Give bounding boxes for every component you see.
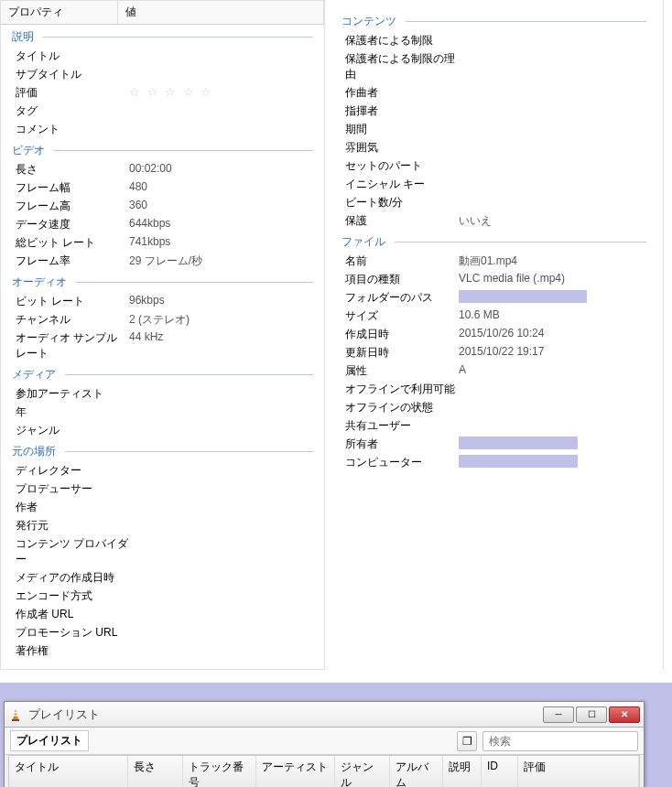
property-row[interactable]: サブタイトル <box>8 65 317 83</box>
property-row[interactable]: ビート数/分 <box>338 193 650 211</box>
prop-label: 更新日時 <box>341 345 459 361</box>
property-row[interactable]: 指揮者 <box>338 102 650 120</box>
property-row[interactable]: フレーム幅480 <box>8 178 317 197</box>
section-title: メディア <box>1 362 324 384</box>
property-row[interactable]: 参加アーティスト <box>8 384 317 403</box>
view-mode-button[interactable]: ❐ <box>457 731 477 751</box>
prop-value-text: いいえ <box>459 214 492 227</box>
property-row[interactable]: コメント <box>8 120 317 138</box>
property-row[interactable]: セットのパート <box>338 156 650 175</box>
property-row[interactable]: 期間 <box>338 120 650 138</box>
prop-label: ビート数/分 <box>341 195 459 210</box>
col-title[interactable]: タイトル <box>9 756 128 787</box>
window-titlebar[interactable]: プレイリスト ─ ☐ ✕ <box>5 702 644 728</box>
prop-label: セットのパート <box>341 158 459 174</box>
prop-label: 発行元 <box>12 518 129 534</box>
col-track[interactable]: トラック番号 <box>183 756 256 787</box>
property-row[interactable]: 評価☆ ☆ ☆ ☆ ☆ <box>8 83 317 102</box>
prop-label: 年 <box>12 404 129 420</box>
property-row[interactable]: 保護者による制限 <box>338 31 650 49</box>
prop-label: サブタイトル <box>12 67 129 82</box>
property-row[interactable]: 総ビット レート741kbps <box>8 233 317 252</box>
property-row[interactable]: コンテンツ プロバイダー <box>8 534 317 568</box>
column-header-row: プロパティ 値 <box>1 1 324 25</box>
col-id[interactable]: ID <box>482 756 518 787</box>
property-row[interactable]: 年 <box>8 403 317 421</box>
property-row[interactable]: イニシャル キー <box>338 175 650 193</box>
rating-stars[interactable]: ☆ ☆ ☆ ☆ ☆ <box>129 85 213 99</box>
property-row[interactable]: 保護者による制限の理由 <box>338 49 650 83</box>
property-row[interactable]: 所有者 <box>338 435 650 453</box>
prop-label: コンテンツ プロバイダー <box>12 536 129 567</box>
col-album[interactable]: アルバム <box>390 756 443 787</box>
property-row[interactable]: フレーム高360 <box>8 197 317 215</box>
prop-label: プロモーション URL <box>12 625 129 641</box>
property-row[interactable]: プロデューサー <box>8 480 317 498</box>
prop-label: 著作権 <box>12 643 129 659</box>
property-row[interactable]: タグ <box>8 102 317 120</box>
prop-label: 作曲者 <box>341 85 459 101</box>
property-row[interactable]: オフラインで利用可能 <box>338 380 650 398</box>
close-button[interactable]: ✕ <box>609 706 640 723</box>
property-row[interactable]: オーディオ サンプル レート44 kHz <box>8 329 317 362</box>
prop-value-text: 00:02:00 <box>129 162 172 175</box>
property-row[interactable]: 作成者 URL <box>8 605 317 623</box>
col-artist[interactable]: アーティスト <box>256 756 335 787</box>
col-length[interactable]: 長さ <box>128 756 183 787</box>
property-row[interactable]: 発行元 <box>8 516 317 534</box>
prop-label: 評価 <box>12 85 129 101</box>
search-input[interactable] <box>482 731 638 751</box>
prop-label: 期間 <box>341 122 459 137</box>
property-row[interactable]: 名前動画01.mp4 <box>338 252 650 270</box>
header-property[interactable]: プロパティ <box>1 1 118 24</box>
property-row[interactable]: 項目の種類VLC media file (.mp4) <box>338 270 650 288</box>
window-title: プレイリスト <box>28 706 543 723</box>
property-row[interactable]: フレーム率29 フレーム/秒 <box>8 252 317 270</box>
property-row[interactable]: 作成日時2015/10/26 10:24 <box>338 325 650 343</box>
property-row[interactable]: メディアの作成日時 <box>8 568 317 587</box>
col-genre[interactable]: ジャンル <box>335 756 390 787</box>
property-row[interactable]: プロモーション URL <box>8 623 317 641</box>
property-row[interactable]: エンコード方式 <box>8 587 317 605</box>
prop-label: メディアの作成日時 <box>12 570 129 586</box>
prop-label: イニシャル キー <box>341 177 459 192</box>
property-row[interactable]: データ速度644kbps <box>8 215 317 233</box>
prop-value-text: 44 kHz <box>129 330 163 343</box>
property-row[interactable]: ビット レート96kbps <box>8 292 317 310</box>
property-row[interactable]: チャンネル2 (ステレオ) <box>8 310 317 329</box>
property-row[interactable]: 作曲者 <box>338 83 650 102</box>
prop-value-text: A <box>459 363 466 376</box>
property-row[interactable]: 雰囲気 <box>338 138 650 156</box>
property-row[interactable]: 著作権 <box>8 641 317 660</box>
prop-label: フレーム幅 <box>12 180 129 196</box>
property-row[interactable]: 属性A <box>338 361 650 380</box>
property-row[interactable]: 長さ00:02:00 <box>8 160 317 178</box>
property-row[interactable]: ジャンル <box>8 421 317 439</box>
property-row[interactable]: 共有ユーザー <box>338 416 650 435</box>
col-desc[interactable]: 説明 <box>443 756 482 787</box>
prop-label: ディレクター <box>12 463 129 479</box>
header-value[interactable]: 値 <box>118 1 324 24</box>
property-row[interactable]: コンピューター <box>338 453 650 471</box>
property-row[interactable]: フォルダーのパス <box>338 288 650 307</box>
property-row[interactable]: 保護いいえ <box>338 211 650 230</box>
prop-label: オフラインの状態 <box>341 400 459 415</box>
prop-value-text: 644kbps <box>129 217 170 230</box>
col-rating[interactable]: 評価 <box>518 756 639 787</box>
prop-value-text: 741kbps <box>129 235 170 248</box>
prop-label: フレーム率 <box>12 253 129 269</box>
property-row[interactable]: 更新日時2015/10/22 19:17 <box>338 343 650 361</box>
minimize-button[interactable]: ─ <box>543 706 574 723</box>
property-row[interactable]: サイズ10.6 MB <box>338 307 650 325</box>
svg-marker-0 <box>13 709 18 719</box>
property-row[interactable]: オフラインの状態 <box>338 398 650 416</box>
property-row[interactable]: ディレクター <box>8 461 317 480</box>
property-row[interactable]: タイトル <box>8 47 317 65</box>
property-row[interactable]: 作者 <box>8 498 317 516</box>
svg-rect-3 <box>14 715 18 717</box>
prop-value-text: 10.6 MB <box>459 308 500 321</box>
properties-panel-right: コンテンツ保護者による制限保護者による制限の理由作曲者指揮者期間雰囲気セットのパ… <box>325 0 664 670</box>
prop-label: 属性 <box>341 363 459 379</box>
maximize-button[interactable]: ☐ <box>576 706 607 723</box>
redacted-value <box>459 290 587 303</box>
